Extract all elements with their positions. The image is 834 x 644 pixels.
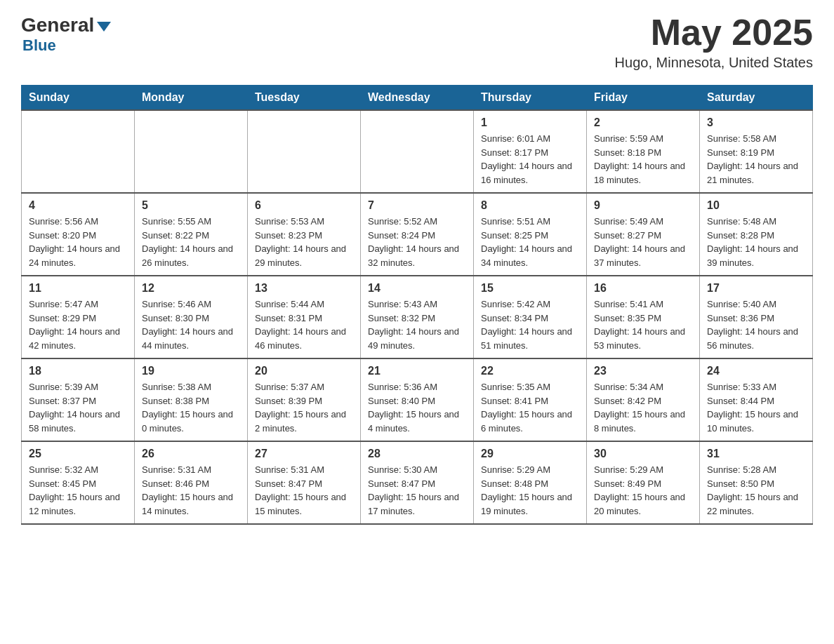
day-info: Sunrise: 5:40 AM Sunset: 8:36 PM Dayligh… [707,297,805,352]
title-area: May 2025 Hugo, Minnesota, United States [615,14,813,71]
day-info: Sunrise: 5:56 AM Sunset: 8:20 PM Dayligh… [29,215,127,269]
day-info: Sunrise: 5:52 AM Sunset: 8:24 PM Dayligh… [368,215,466,269]
calendar-week-row-1: 4Sunrise: 5:56 AM Sunset: 8:20 PM Daylig… [22,193,813,276]
calendar-week-row-3: 18Sunrise: 5:39 AM Sunset: 8:37 PM Dayli… [22,358,813,441]
day-info: Sunrise: 5:38 AM Sunset: 8:38 PM Dayligh… [142,380,240,435]
page-header: General Blue May 2025 Hugo, Minnesota, U… [21,14,813,71]
calendar-cell-week1-day2: 6Sunrise: 5:53 AM Sunset: 8:23 PM Daylig… [248,193,361,276]
day-number: 12 [142,282,240,295]
day-number: 11 [29,282,127,295]
calendar-cell-week0-day3 [361,110,474,193]
day-number: 22 [481,365,579,377]
day-info: Sunrise: 5:35 AM Sunset: 8:41 PM Dayligh… [481,380,579,435]
calendar-cell-week4-day0: 25Sunrise: 5:32 AM Sunset: 8:45 PM Dayli… [22,441,135,524]
day-info: Sunrise: 5:36 AM Sunset: 8:40 PM Dayligh… [368,380,466,435]
day-number: 6 [255,199,353,212]
day-number: 29 [481,448,579,460]
day-info: Sunrise: 5:58 AM Sunset: 8:19 PM Dayligh… [707,132,805,187]
day-info: Sunrise: 5:31 AM Sunset: 8:47 PM Dayligh… [255,463,353,518]
day-info: Sunrise: 5:46 AM Sunset: 8:30 PM Dayligh… [142,297,240,352]
day-number: 24 [707,365,805,377]
day-number: 23 [594,365,692,377]
day-number: 13 [255,282,353,295]
day-number: 18 [29,365,127,377]
day-number: 26 [142,448,240,460]
weekday-header-saturday: Saturday [700,86,813,111]
day-number: 31 [707,448,805,460]
day-number: 16 [594,282,692,295]
day-info: Sunrise: 5:41 AM Sunset: 8:35 PM Dayligh… [594,297,692,352]
day-info: Sunrise: 5:32 AM Sunset: 8:45 PM Dayligh… [29,463,127,518]
day-info: Sunrise: 5:55 AM Sunset: 8:22 PM Dayligh… [142,215,240,269]
calendar-cell-week0-day2 [248,110,361,193]
month-year-title: May 2025 [615,14,813,51]
day-number: 9 [594,199,692,212]
calendar-cell-week4-day2: 27Sunrise: 5:31 AM Sunset: 8:47 PM Dayli… [248,441,361,524]
calendar-cell-week1-day5: 9Sunrise: 5:49 AM Sunset: 8:27 PM Daylig… [587,193,700,276]
weekday-header-monday: Monday [135,86,248,111]
day-info: Sunrise: 5:28 AM Sunset: 8:50 PM Dayligh… [707,463,805,518]
calendar-cell-week1-day0: 4Sunrise: 5:56 AM Sunset: 8:20 PM Daylig… [22,193,135,276]
day-info: Sunrise: 5:59 AM Sunset: 8:18 PM Dayligh… [594,132,692,187]
calendar-cell-week0-day1 [135,110,248,193]
weekday-header-wednesday: Wednesday [361,86,474,111]
weekday-header-tuesday: Tuesday [248,86,361,111]
calendar-cell-week1-day3: 7Sunrise: 5:52 AM Sunset: 8:24 PM Daylig… [361,193,474,276]
calendar-week-row-4: 25Sunrise: 5:32 AM Sunset: 8:45 PM Dayli… [22,441,813,524]
day-info: Sunrise: 5:51 AM Sunset: 8:25 PM Dayligh… [481,215,579,269]
calendar-cell-week0-day4: 1Sunrise: 6:01 AM Sunset: 8:17 PM Daylig… [474,110,587,193]
calendar-cell-week1-day6: 10Sunrise: 5:48 AM Sunset: 8:28 PM Dayli… [700,193,813,276]
day-number: 27 [255,448,353,460]
day-number: 10 [707,199,805,212]
logo-arrow-icon [97,22,111,32]
calendar-cell-week3-day4: 22Sunrise: 5:35 AM Sunset: 8:41 PM Dayli… [474,358,587,441]
day-number: 2 [594,116,692,129]
day-number: 4 [29,199,127,212]
calendar-cell-week3-day5: 23Sunrise: 5:34 AM Sunset: 8:42 PM Dayli… [587,358,700,441]
calendar-cell-week1-day4: 8Sunrise: 5:51 AM Sunset: 8:25 PM Daylig… [474,193,587,276]
day-info: Sunrise: 5:29 AM Sunset: 8:49 PM Dayligh… [594,463,692,518]
calendar-cell-week2-day6: 17Sunrise: 5:40 AM Sunset: 8:36 PM Dayli… [700,276,813,358]
day-number: 8 [481,199,579,212]
calendar-cell-week3-day3: 21Sunrise: 5:36 AM Sunset: 8:40 PM Dayli… [361,358,474,441]
calendar-cell-week2-day3: 14Sunrise: 5:43 AM Sunset: 8:32 PM Dayli… [361,276,474,358]
calendar-cell-week0-day0 [22,110,135,193]
day-info: Sunrise: 5:37 AM Sunset: 8:39 PM Dayligh… [255,380,353,435]
calendar-cell-week2-day5: 16Sunrise: 5:41 AM Sunset: 8:35 PM Dayli… [587,276,700,358]
day-number: 7 [368,199,466,212]
day-info: Sunrise: 6:01 AM Sunset: 8:17 PM Dayligh… [481,132,579,187]
day-info: Sunrise: 5:30 AM Sunset: 8:47 PM Dayligh… [368,463,466,518]
day-info: Sunrise: 5:49 AM Sunset: 8:27 PM Dayligh… [594,215,692,269]
calendar-cell-week3-day0: 18Sunrise: 5:39 AM Sunset: 8:37 PM Dayli… [22,358,135,441]
logo-blue-label: Blue [22,36,56,55]
location-subtitle: Hugo, Minnesota, United States [615,55,813,71]
calendar-cell-week4-day1: 26Sunrise: 5:31 AM Sunset: 8:46 PM Dayli… [135,441,248,524]
weekday-header-row: SundayMondayTuesdayWednesdayThursdayFrid… [22,86,813,111]
day-info: Sunrise: 5:47 AM Sunset: 8:29 PM Dayligh… [29,297,127,352]
day-info: Sunrise: 5:53 AM Sunset: 8:23 PM Dayligh… [255,215,353,269]
logo-general-text: General [21,14,111,36]
calendar-cell-week2-day2: 13Sunrise: 5:44 AM Sunset: 8:31 PM Dayli… [248,276,361,358]
calendar-week-row-2: 11Sunrise: 5:47 AM Sunset: 8:29 PM Dayli… [22,276,813,358]
day-number: 28 [368,448,466,460]
calendar-cell-week2-day0: 11Sunrise: 5:47 AM Sunset: 8:29 PM Dayli… [22,276,135,358]
weekday-header-friday: Friday [587,86,700,111]
logo-general-label: General [21,14,94,36]
calendar-cell-week3-day6: 24Sunrise: 5:33 AM Sunset: 8:44 PM Dayli… [700,358,813,441]
day-info: Sunrise: 5:44 AM Sunset: 8:31 PM Dayligh… [255,297,353,352]
day-number: 30 [594,448,692,460]
calendar-cell-week2-day1: 12Sunrise: 5:46 AM Sunset: 8:30 PM Dayli… [135,276,248,358]
day-number: 25 [29,448,127,460]
calendar-cell-week2-day4: 15Sunrise: 5:42 AM Sunset: 8:34 PM Dayli… [474,276,587,358]
day-info: Sunrise: 5:31 AM Sunset: 8:46 PM Dayligh… [142,463,240,518]
day-number: 15 [481,282,579,295]
day-number: 1 [481,116,579,129]
calendar-cell-week4-day6: 31Sunrise: 5:28 AM Sunset: 8:50 PM Dayli… [700,441,813,524]
calendar-cell-week0-day5: 2Sunrise: 5:59 AM Sunset: 8:18 PM Daylig… [587,110,700,193]
day-info: Sunrise: 5:39 AM Sunset: 8:37 PM Dayligh… [29,380,127,435]
logo: General Blue [21,14,111,55]
day-number: 14 [368,282,466,295]
day-info: Sunrise: 5:34 AM Sunset: 8:42 PM Dayligh… [594,380,692,435]
calendar-cell-week4-day5: 30Sunrise: 5:29 AM Sunset: 8:49 PM Dayli… [587,441,700,524]
weekday-header-thursday: Thursday [474,86,587,111]
